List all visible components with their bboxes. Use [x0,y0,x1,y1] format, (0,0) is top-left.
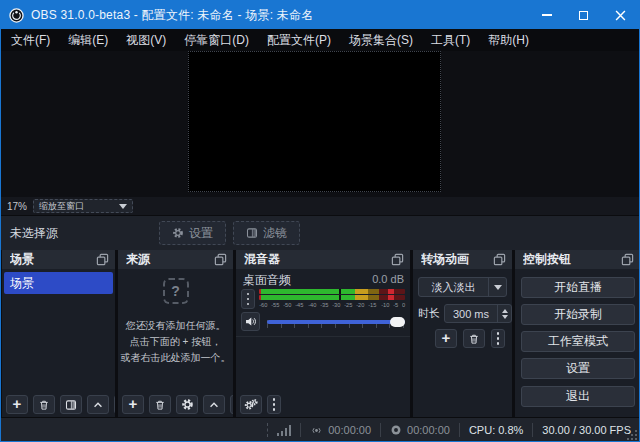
scenes-more-button[interactable] [114,395,115,414]
controls-dock-title: 控制按钮 [523,251,621,268]
scene-list-item[interactable]: 场景 [4,272,113,294]
volume-meter-bar-left [259,289,405,294]
remove-transition-button[interactable] [463,329,485,348]
kebab-menu-icon [247,293,250,306]
plus-icon: + [129,396,138,411]
menu-item-docks[interactable]: 停靠窗口(D) [175,29,258,51]
sources-dock-header[interactable]: 来源 [118,250,233,269]
mixer-more-button[interactable] [267,395,281,414]
transition-properties-button[interactable] [491,329,505,348]
mixer-toolbar [236,394,410,415]
source-properties-button[interactable]: 设置 [159,221,226,245]
scenes-dock-title: 场景 [10,251,96,268]
remove-source-button[interactable] [149,395,171,414]
statusbar-divider [267,423,268,437]
scenes-toolbar: + [2,394,115,415]
start-recording-label: 开始录制 [554,306,602,323]
controls-dock-header[interactable]: 控制按钮 [515,250,640,269]
popout-icon[interactable] [493,253,506,266]
spin-up-icon[interactable] [502,309,508,313]
audio-mixer-dock: 混音器 桌面音频 0.0 dB -60-55-50-45-40-35-30-25… [236,250,410,417]
select-arrow-section [488,278,506,296]
studio-mode-button[interactable]: 工作室模式 [521,331,635,352]
add-source-button[interactable]: + [122,395,144,414]
start-recording-button[interactable]: 开始录制 [521,304,635,325]
mixer-dock-header[interactable]: 混音器 [236,250,410,269]
menu-item-scene-collection[interactable]: 场景集合(S) [340,29,422,51]
chevron-down-icon [119,204,127,209]
zoom-bar: 17% 缩放至窗口 [1,197,639,215]
chevron-up-icon [92,399,104,411]
double-gear-icon [244,398,258,411]
zoom-mode-value: 缩放至窗口 [34,200,119,213]
sources-toolbar: + [118,394,233,415]
mixer-channel-menu-button[interactable] [241,289,255,309]
kebab-menu-icon [273,398,276,411]
transitions-dock-title: 转场动画 [421,251,493,268]
mixer-divider [236,336,410,337]
popout-icon[interactable] [96,253,109,266]
sources-more-button[interactable] [230,395,233,414]
title-bar[interactable]: OBS 31.0.0-beta3 - 配置文件: 未命名 - 场景: 未命名 [1,1,639,29]
scene-filters-button[interactable] [60,395,82,414]
spinbox-arrows[interactable] [497,305,511,322]
scenes-dock-header[interactable]: 场景 [2,250,115,269]
slider-handle[interactable] [390,317,405,327]
statusbar-divider [300,423,301,437]
add-scene-button[interactable]: + [6,395,28,414]
obs-window: OBS 31.0.0-beta3 - 配置文件: 未命名 - 场景: 未命名 文… [0,0,640,442]
menu-item-file[interactable]: 文件(F) [2,29,59,51]
source-properties-label: 设置 [189,225,213,242]
slider-track[interactable] [267,320,405,324]
record-icon [390,424,402,436]
maximize-button[interactable] [565,1,602,29]
zoom-mode-dropdown[interactable]: 缩放至窗口 [33,199,133,213]
preview-canvas[interactable] [188,51,441,192]
studio-mode-label: 工作室模式 [548,333,608,350]
mute-button[interactable] [241,312,260,331]
move-source-up-button[interactable] [203,395,225,414]
transitions-dock-header[interactable]: 转场动画 [413,250,512,269]
cpu-usage: CPU: 0.8% [469,424,523,436]
menu-item-view[interactable]: 视图(V) [117,29,175,51]
scene-item-label: 场景 [10,275,34,292]
source-properties-toolbar-button[interactable] [176,395,198,414]
spin-down-icon[interactable] [502,315,508,319]
source-filters-button[interactable]: 滤镜 [233,221,300,245]
popout-icon[interactable] [621,253,634,266]
menu-item-profile[interactable]: 配置文件(P) [258,29,340,51]
trash-icon [154,399,166,411]
plus-icon: + [442,330,451,345]
move-scene-up-button[interactable] [87,395,109,414]
exit-button[interactable]: 退出 [521,386,635,407]
add-transition-button[interactable]: + [435,329,457,348]
transition-duration-row: 时长 300 ms [418,304,512,323]
menu-item-help[interactable]: 帮助(H) [479,29,538,51]
popout-icon[interactable] [214,253,227,266]
controls-dock: 控制按钮 开始直播 开始录制 工作室模式 设置 退出 [515,250,640,417]
resize-grip[interactable] [627,430,637,440]
scenes-dock: 场景 场景 + [2,250,115,417]
volume-slider[interactable] [267,312,405,331]
start-streaming-button[interactable]: 开始直播 [521,277,635,298]
record-timer: 00:00:00 [407,424,450,436]
context-bar: 未选择源 设置 滤镜 [1,215,639,250]
popout-icon[interactable] [391,253,404,266]
remove-scene-button[interactable] [33,395,55,414]
transition-select[interactable]: 淡入淡出 [418,277,507,297]
trash-icon [38,399,50,411]
close-button[interactable] [602,1,639,29]
window-title: OBS 31.0.0-beta3 - 配置文件: 未命名 - 场景: 未命名 [31,7,313,24]
minimize-button[interactable] [528,1,565,29]
settings-button[interactable]: 设置 [521,358,635,379]
start-streaming-label: 开始直播 [554,279,602,296]
sources-dock-title: 来源 [126,251,214,268]
chevron-up-icon [208,399,220,411]
advanced-audio-button[interactable] [240,395,262,414]
menu-item-edit[interactable]: 编辑(E) [59,29,117,51]
sources-empty-state: ? 您还没有添加任何源。 点击下面的 + 按钮， 或者右击此处添加一个。 [118,274,233,366]
menu-bar: 文件(F) 编辑(E) 视图(V) 停靠窗口(D) 配置文件(P) 场景集合(S… [1,29,639,51]
duration-spinbox[interactable]: 300 ms [444,304,512,323]
menu-item-tools[interactable]: 工具(T) [422,29,479,51]
scene-transitions-dock: 转场动画 淡入淡出 时长 300 ms [413,250,512,417]
